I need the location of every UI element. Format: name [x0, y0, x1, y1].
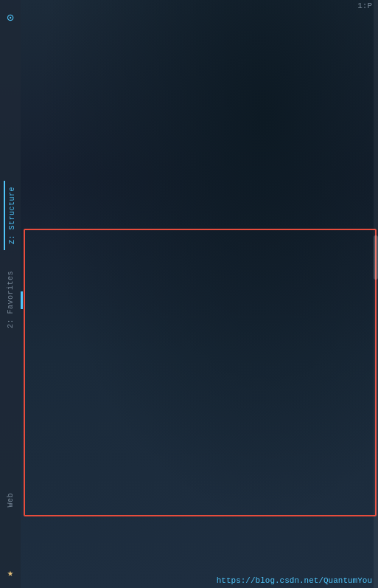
sidebar-item-web[interactable]: Web [5, 487, 16, 513]
sidebar-icon-top[interactable]: ⊙ [4, 7, 17, 28]
scrollbar-thumb[interactable] [374, 235, 378, 280]
bottom-url: https://blog.csdn.net/QuantumYou [217, 576, 372, 585]
left-sidebar: ⊙ Z: Structure 2: Favorites Web ★ [0, 0, 21, 588]
scrollbar[interactable] [374, 0, 378, 588]
background-overlay [0, 0, 378, 588]
sidebar-item-favorites[interactable]: 2: Favorites [5, 265, 16, 334]
timestamp: 1:P [357, 1, 372, 10]
sidebar-item-structure[interactable]: Z: Structure [4, 181, 18, 250]
selection-indicator [21, 291, 23, 309]
star-icon[interactable]: ★ [4, 564, 16, 582]
